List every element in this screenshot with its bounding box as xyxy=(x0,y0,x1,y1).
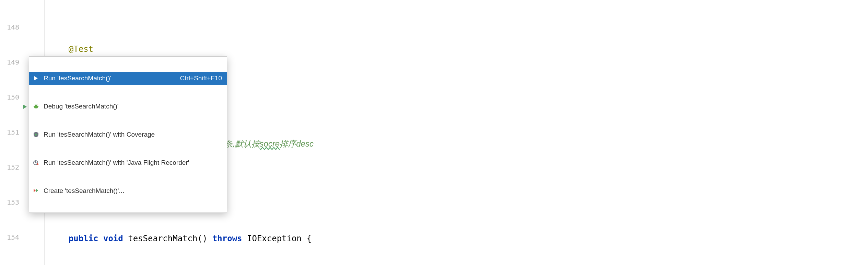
menu-item-run-coverage[interactable]: Run 'tesSearchMatch()' with Coverage xyxy=(29,128,227,141)
line-number: 148 xyxy=(0,18,25,36)
brace: { xyxy=(302,234,312,243)
code-editor[interactable]: 148 149 150 151 152 153 154 155 156 157 … xyxy=(0,0,868,265)
run-context-menu[interactable]: Run 'tesSearchMatch()' Ctrl+Shift+F10 De… xyxy=(29,56,227,213)
svg-marker-0 xyxy=(23,105,27,109)
menu-item-label: Run 'tesSearchMatch()' with 'Java Flight… xyxy=(44,159,218,166)
line-number-gutter: 148 149 150 151 152 153 154 155 156 157 … xyxy=(0,0,25,265)
spellcheck-typo[interactable]: socre xyxy=(260,139,280,148)
line-number: 151 xyxy=(0,123,25,141)
line-number: 154 xyxy=(0,228,25,246)
svg-line-7 xyxy=(35,104,35,105)
line-number: 153 xyxy=(0,193,25,211)
svg-line-12 xyxy=(36,163,37,163)
svg-marker-14 xyxy=(34,189,36,192)
shield-run-icon xyxy=(33,131,39,138)
method-name: tesSearchMatch() xyxy=(128,234,207,243)
comment-text: 排序desc xyxy=(280,139,314,148)
menu-item-label: Debug 'tesSearchMatch()' xyxy=(44,103,218,110)
code-line[interactable]: public void tesSearchMatch() throws IOEx… xyxy=(45,229,868,248)
line-number: 152 xyxy=(0,158,25,176)
menu-item-shortcut: Ctrl+Shift+F10 xyxy=(180,74,222,82)
menu-item-create-config[interactable]: Create 'tesSearchMatch()'... xyxy=(29,184,227,197)
svg-marker-1 xyxy=(34,76,38,80)
run-icon xyxy=(33,75,39,82)
menu-item-label: Run 'tesSearchMatch()' xyxy=(44,74,176,82)
line-number: 150 xyxy=(0,88,25,106)
menu-item-run-jfr[interactable]: Run 'tesSearchMatch()' with 'Java Flight… xyxy=(29,156,227,169)
type-ref: IOException xyxy=(247,234,302,243)
annotation: @Test xyxy=(69,44,93,54)
line-number: 149 xyxy=(0,53,25,71)
svg-marker-13 xyxy=(37,163,39,165)
create-run-config-icon xyxy=(33,187,39,194)
bug-icon xyxy=(33,103,39,110)
menu-item-label: Create 'tesSearchMatch()'... xyxy=(44,187,218,195)
svg-line-8 xyxy=(37,104,37,105)
keyword: public xyxy=(69,234,98,243)
code-line[interactable]: @Test xyxy=(45,40,868,58)
svg-line-6 xyxy=(37,107,38,108)
menu-item-label: Run 'tesSearchMatch()' with Coverage xyxy=(44,131,218,138)
svg-line-5 xyxy=(34,107,35,108)
keyword: void xyxy=(103,234,123,243)
keyword: throws xyxy=(212,234,242,243)
line-number: 155 xyxy=(0,263,25,265)
svg-marker-15 xyxy=(36,189,38,192)
menu-item-run[interactable]: Run 'tesSearchMatch()' Ctrl+Shift+F10 xyxy=(29,72,227,85)
menu-item-debug[interactable]: Debug 'tesSearchMatch()' xyxy=(29,100,227,113)
clock-run-icon xyxy=(33,159,39,166)
